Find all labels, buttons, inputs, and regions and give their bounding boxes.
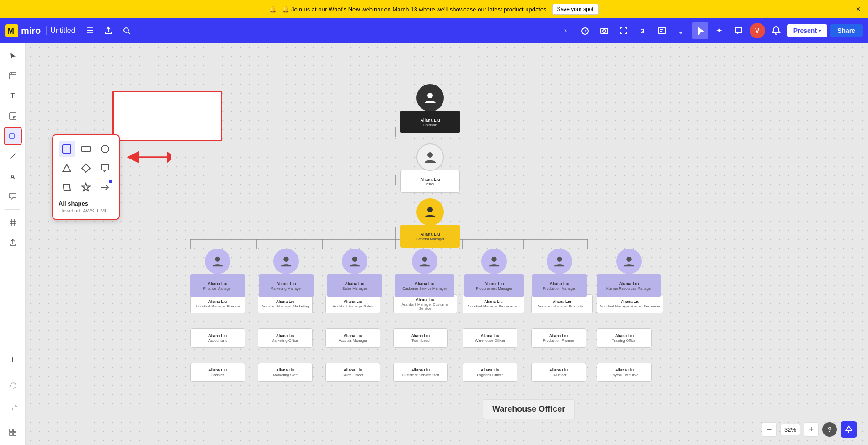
node-production-planner[interactable]: Aliana Liu Production Planner bbox=[531, 328, 586, 348]
svg-point-51 bbox=[352, 257, 357, 262]
node-account-manager[interactable]: Aliana Liu Account Manager bbox=[325, 328, 380, 348]
svg-text:M: M bbox=[7, 26, 14, 36]
menu-button[interactable]: ☰ bbox=[83, 23, 97, 38]
node-ceo[interactable]: Aliana Liu CEO bbox=[400, 143, 460, 193]
banner-cta-button[interactable]: Save your spot bbox=[552, 4, 599, 15]
shape-parallelogram[interactable] bbox=[59, 179, 75, 196]
sidebar-grid-tool[interactable] bbox=[4, 213, 22, 232]
node-chairman[interactable]: Aliana Liu Chirman bbox=[400, 84, 460, 133]
sidebar-comment-tool[interactable] bbox=[4, 187, 22, 206]
node-asst-finance[interactable]: Aliana Liu Assistant Manager Finance bbox=[190, 294, 245, 313]
svg-point-48 bbox=[427, 207, 433, 212]
node-payroll-executive[interactable]: Aliana Liu Payroll Executive bbox=[597, 363, 652, 382]
shape-star[interactable] bbox=[78, 179, 94, 196]
svg-marker-32 bbox=[82, 183, 90, 191]
svg-line-6 bbox=[585, 30, 586, 31]
svg-rect-9 bbox=[659, 27, 665, 34]
chat-icon[interactable] bbox=[730, 22, 747, 39]
svg-point-46 bbox=[427, 93, 433, 98]
notifications-bell[interactable] bbox=[768, 22, 784, 39]
node-warehouse-officer[interactable]: Aliana Liu Warehouse Officer bbox=[463, 328, 517, 348]
camera-icon[interactable] bbox=[596, 22, 612, 39]
shape-speech-bubble[interactable] bbox=[97, 160, 113, 176]
svg-rect-23 bbox=[13, 429, 16, 432]
more-options-icon[interactable]: ⌄ bbox=[673, 22, 689, 39]
all-shapes-label[interactable]: All shapes bbox=[59, 200, 113, 207]
banner-emoji: 🔔 bbox=[269, 6, 277, 13]
sidebar-bottom: + bbox=[4, 351, 22, 441]
sidebar-shapes-tool[interactable] bbox=[4, 127, 22, 145]
user-avatar[interactable]: V bbox=[750, 23, 765, 38]
node-team-lead[interactable]: Aliana Liu Team Lead bbox=[393, 328, 448, 348]
sidebar-frames-tool[interactable] bbox=[4, 67, 22, 85]
cursor-icon[interactable]: ✦ bbox=[711, 22, 728, 39]
board-title[interactable]: Untitled bbox=[46, 26, 79, 35]
canvas[interactable]: All shapes Flowchart, AWS, UML bbox=[26, 43, 868, 445]
zoom-out-button[interactable]: − bbox=[762, 422, 777, 437]
topbar-arrow-right[interactable]: › bbox=[558, 22, 574, 39]
node-marketing-staff[interactable]: Aliana Liu Marketing Staff bbox=[258, 363, 313, 382]
node-asst-procurement[interactable]: Aliana Liu Assistant Manager Procurement bbox=[463, 294, 524, 313]
node-asst-production[interactable]: Aliana Liu Assistant Manager Production bbox=[531, 294, 593, 313]
node-training-officer[interactable]: Aliana Liu Training Officer bbox=[597, 328, 652, 348]
svg-line-17 bbox=[10, 154, 16, 159]
search-button[interactable] bbox=[119, 23, 134, 38]
shape-diamond[interactable] bbox=[78, 160, 94, 176]
select-tool-active[interactable] bbox=[692, 22, 708, 39]
node-cs-staff[interactable]: Aliana Liu Customer Service Staff bbox=[393, 363, 448, 382]
svg-marker-31 bbox=[63, 184, 70, 191]
sidebar-add-button[interactable]: + bbox=[4, 351, 22, 369]
shape-triangle[interactable] bbox=[59, 160, 75, 176]
svg-rect-15 bbox=[10, 113, 16, 119]
node-cashier[interactable]: Aliana Liu Cashier bbox=[190, 363, 245, 382]
sidebar-text-tool[interactable]: T bbox=[4, 87, 22, 105]
node-hr-manager[interactable]: Aliana Liu Human Resources Manager bbox=[597, 249, 661, 297]
shape-rectangle-outline[interactable] bbox=[78, 141, 94, 157]
sidebar-grid2-button[interactable] bbox=[4, 423, 22, 441]
present-button[interactable]: Present ▾ bbox=[787, 24, 827, 37]
shape-picker-panel: All shapes Flowchart, AWS, UML bbox=[52, 134, 120, 220]
upgrade-button[interactable] bbox=[841, 421, 857, 438]
node-accountant[interactable]: Aliana Liu Accountant bbox=[190, 328, 245, 348]
sidebar-undo-button[interactable] bbox=[4, 377, 22, 395]
share-export-button[interactable] bbox=[101, 23, 116, 38]
node-asst-cs[interactable]: Aliana Liu Assistant Manager Customer Se… bbox=[393, 294, 457, 313]
red-arrow-annotation bbox=[125, 146, 171, 169]
node-marketing-officer[interactable]: Aliana Liu Marketing Officer bbox=[258, 328, 313, 348]
banner-close-button[interactable]: × bbox=[856, 5, 861, 14]
node-asst-marketing[interactable]: Aliana Liu Assistant Manager Marketing bbox=[258, 294, 313, 313]
sidebar-redo-button[interactable] bbox=[4, 397, 22, 415]
main-area: T A + bbox=[0, 43, 868, 445]
node-asst-sales[interactable]: Aliana Liu Assistant Manager Sales bbox=[325, 294, 380, 313]
sidebar-line-tool[interactable] bbox=[4, 147, 22, 165]
node-sales-officer[interactable]: Aliana Liu Sales Officer bbox=[325, 363, 380, 382]
zoom-in-button[interactable]: + bbox=[804, 422, 819, 437]
node-sales-manager[interactable]: Aliana Liu Sales Manager bbox=[327, 249, 382, 297]
node-cs-manager[interactable]: Aliana Liu Customer Service Manager bbox=[395, 249, 454, 297]
node-gm[interactable]: Aliana Liu General Manager bbox=[400, 198, 460, 248]
shape-arrow[interactable] bbox=[97, 179, 113, 196]
notes-icon[interactable] bbox=[654, 22, 670, 39]
svg-rect-22 bbox=[10, 429, 12, 432]
sidebar-select-tool[interactable] bbox=[4, 47, 22, 65]
node-production-manager[interactable]: Aliana Liu Production Manager bbox=[532, 249, 587, 297]
shape-rectangle-filled[interactable] bbox=[59, 141, 75, 157]
share-button[interactable]: Share bbox=[830, 24, 863, 37]
node-asst-hr[interactable]: Aliana Liu Assistant Manager Human Resou… bbox=[597, 294, 663, 313]
sidebar-sticky-tool[interactable] bbox=[4, 107, 22, 125]
svg-point-54 bbox=[557, 257, 562, 262]
sidebar-draw-tool[interactable]: A bbox=[4, 167, 22, 185]
help-button[interactable]: ? bbox=[822, 422, 837, 437]
selected-frame[interactable] bbox=[112, 91, 222, 141]
node-marketing-manager[interactable]: Aliana Liu Marketing Manager bbox=[259, 249, 314, 297]
fullscreen-icon[interactable] bbox=[615, 22, 632, 39]
node-procurement-manager[interactable]: Aliana Liu Procurement Manager bbox=[464, 249, 524, 297]
timer-icon[interactable] bbox=[577, 22, 593, 39]
node-oaofficer[interactable]: Aliana Liu OAOfficer bbox=[531, 363, 586, 382]
sidebar-upload-tool[interactable] bbox=[4, 233, 22, 252]
svg-rect-25 bbox=[13, 433, 16, 435]
node-finance-manager[interactable]: Aliana Liu Finance Manager bbox=[190, 249, 245, 297]
node-logistics-officer[interactable]: Aliana Liu Logistics Officer bbox=[463, 363, 517, 382]
shape-circle[interactable] bbox=[97, 141, 113, 157]
voting-icon[interactable]: 3 bbox=[634, 22, 651, 39]
